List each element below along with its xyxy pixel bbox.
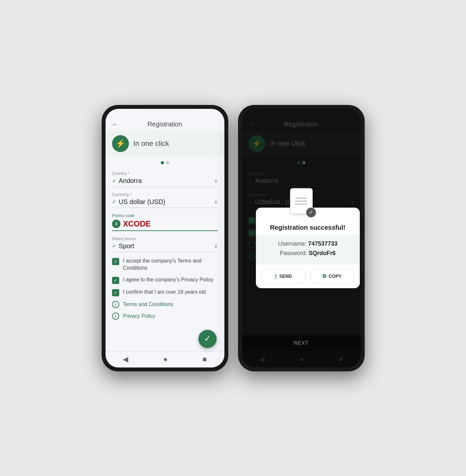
info-icon-1: i [112,301,119,308]
lightning-icon-left: ⚡ [116,139,125,148]
promo-label: Promo code [112,213,218,218]
copy-label: COPY [329,274,342,279]
currency-value: US dollar (USD) [119,198,211,206]
checkbox-check-icon-3: ✓ [114,290,118,295]
promo-row: 3 XCODE [112,219,218,231]
modal-credentials: Username: 747537733 Password: SQrdoFr6 [256,235,360,264]
bonus-chevron-icon: ∨ [214,243,218,249]
bonus-field: Select bonus ✓ Sport ∨ [112,236,218,252]
left-phone: ← Registration ⚡ In one click Country * [102,105,228,371]
country-chevron-icon: ∨ [214,178,218,184]
country-label: Country * [112,171,218,176]
dot-1-left[interactable] [161,161,164,164]
nav-back-icon-left[interactable]: ◀ [123,355,128,364]
check-badge-icon: ✓ [306,208,316,217]
checkbox-box-2[interactable]: ✓ [112,277,119,284]
modal-actions: ⟨ SEND ⧉ COPY [256,264,360,288]
checkbox-1: ✓ I accept the company's Terms and Condi… [112,257,218,272]
currency-check-icon: ✓ [112,199,116,205]
info-text-1: Terms and Conditions [123,302,173,307]
copy-icon: ⧉ [322,273,326,279]
badge-text-left: In one click [133,139,169,148]
page-title-left: Registration [147,121,182,128]
country-row[interactable]: ✓ Andorra ∨ [112,177,218,187]
send-button[interactable]: ⟨ SEND [261,269,306,284]
modal-card: Registration successful! Username: 74753… [256,208,360,288]
modal-doc-icon-container: ✓ [290,188,313,214]
info-text-2: Privacy Policy [123,313,156,319]
bonus-check-icon: ✓ [112,243,116,249]
left-header: ← Registration [106,118,224,131]
bonus-value: Sport [119,242,211,250]
checkbox-check-icon-1: ✓ [114,259,118,264]
modal-doc-wrapper: ✓ [249,188,353,214]
checkbox-box-3[interactable]: ✓ [112,289,119,296]
right-phone-screen: ← Registration ⚡ In one click Country * [242,109,361,367]
badge-section-left: ⚡ In one click [106,131,224,157]
checkbox-label-1: I accept the company's Terms and Conditi… [123,257,218,272]
bonus-row[interactable]: ✓ Sport ∨ [112,242,218,252]
promo-value: XCODE [123,219,218,228]
password-label: Password: [280,250,307,256]
doc-line-2 [295,200,307,202]
promo-field: Promo code 3 XCODE [112,213,218,231]
dot-2-left[interactable] [166,161,169,164]
right-phone: ← Registration ⚡ In one click Country * [238,105,365,371]
info-icon-2: i [112,313,119,320]
nav-home-icon-left[interactable]: ● [163,355,168,364]
dots-left [106,160,224,168]
checkbox-label-3: I confirm that I am over 18 years old [123,289,206,296]
checkbox-check-icon-2: ✓ [114,278,118,283]
bonus-label: Select bonus [112,236,218,241]
send-label: SEND [279,274,292,279]
checkbox-3: ✓ I confirm that I am over 18 years old [112,289,218,296]
password-value: SQrdoFr6 [309,250,336,256]
country-field: Country * ✓ Andorra ∨ [112,171,218,187]
doc-line-1 [295,198,307,199]
currency-row[interactable]: ✓ US dollar (USD) ∨ [112,198,218,208]
checkbox-label-2: I agree to the company's Privacy Policy [123,276,214,283]
nav-bar-left: ◀ ● ■ [106,351,224,367]
form-left: Country * ✓ Andorra ∨ Currency * ✓ US do… [106,168,224,351]
username-value: 747537733 [308,240,337,247]
password-line: Password: SQrdoFr6 [262,250,353,257]
doc-line-3 [295,203,307,205]
currency-field: Currency * ✓ US dollar (USD) ∨ [112,192,218,208]
copy-button[interactable]: ⧉ COPY [310,269,355,284]
username-line: Username: 747537733 [262,240,353,247]
back-button-left[interactable]: ← [112,121,119,128]
info-link-2[interactable]: i Privacy Policy [112,313,218,320]
send-icon: ⟨ [275,273,277,279]
checkbox-box-1[interactable]: ✓ [112,258,119,265]
country-check-icon: ✓ [112,178,116,184]
modal-wrapper: ✓ Registration successful! Username: 747… [249,188,353,288]
info-link-1[interactable]: i Terms and Conditions [112,301,218,308]
username-label: Username: [278,240,307,247]
lightning-circle-left: ⚡ [112,135,129,152]
modal-overlay: ✓ Registration successful! Username: 747… [242,109,361,367]
left-phone-screen: ← Registration ⚡ In one click Country * [106,109,224,367]
checkbox-2: ✓ I agree to the company's Privacy Polic… [112,276,218,284]
submit-fab[interactable]: ✓ [198,330,217,348]
status-bar-left [106,109,224,118]
modal-title: Registration successful! [256,224,360,235]
country-value: Andorra [119,177,211,185]
currency-label: Currency * [112,192,218,197]
phones-container: ← Registration ⚡ In one click Country * [102,105,365,371]
currency-chevron-icon: ∨ [214,199,218,205]
nav-recents-icon-left[interactable]: ■ [202,355,207,364]
step-circle: 3 [112,220,120,228]
